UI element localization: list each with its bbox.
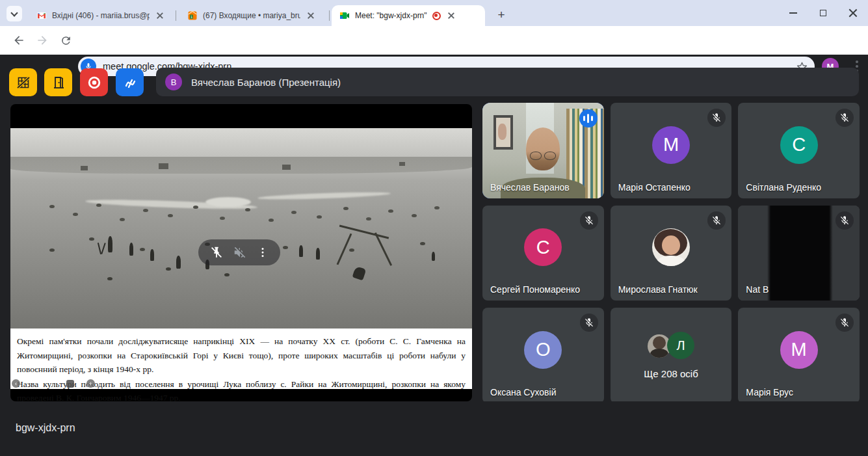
presentation-tile[interactable]: Окремі пам'ятки почали досліджуватисяще … bbox=[10, 104, 472, 401]
participant-name: Nat B bbox=[746, 284, 769, 295]
avatar-initial: Л bbox=[676, 338, 685, 353]
participant-name: Марія Брус bbox=[746, 387, 793, 397]
tab-close-button[interactable] bbox=[306, 10, 316, 21]
tab-close-button[interactable] bbox=[446, 10, 456, 21]
muted-mic-icon bbox=[835, 211, 854, 230]
photo-figure bbox=[150, 249, 154, 261]
overflow-avatars: Л bbox=[648, 332, 694, 360]
minimize-icon bbox=[789, 12, 797, 14]
photo-tripod-leg bbox=[101, 243, 105, 254]
reload-icon bbox=[60, 34, 72, 47]
tab-close-button[interactable] bbox=[155, 10, 165, 21]
browser-tabstrip: Вхідні (406) - mariia.brus@pnu... 1 (67)… bbox=[0, 0, 868, 26]
participant-grid: Вячеслав Баранов М Марія Остапенко С Сві… bbox=[482, 103, 860, 403]
grid-view-off-icon bbox=[16, 75, 31, 90]
avatar: О bbox=[524, 331, 562, 369]
close-icon bbox=[157, 12, 163, 19]
muted-mic-icon bbox=[707, 109, 726, 127]
photo-figure bbox=[316, 248, 320, 260]
reload-button[interactable] bbox=[56, 31, 75, 50]
participant-name: Мирослава Гнатюк bbox=[618, 284, 698, 295]
close-icon bbox=[308, 12, 314, 19]
participant-name: Оксана Суховій bbox=[490, 387, 556, 397]
photo-figure bbox=[299, 245, 303, 257]
svg-text:1: 1 bbox=[191, 15, 192, 19]
extension-grid-view-button[interactable] bbox=[9, 68, 37, 96]
tab-divider bbox=[329, 10, 330, 21]
speaking-indicator-icon bbox=[579, 109, 598, 127]
window-close-button[interactable] bbox=[838, 0, 868, 26]
participant-name: Сергей Пономаренко bbox=[490, 284, 580, 295]
tab-mail[interactable]: 1 (67) Входящие • mariya_brus@... bbox=[179, 5, 328, 26]
tab-divider bbox=[176, 10, 176, 21]
tab-title: Вхідні (406) - mariia.brus@pnu... bbox=[52, 11, 150, 20]
participant-name: Марія Остапенко bbox=[618, 182, 690, 193]
record-icon bbox=[86, 74, 103, 91]
browser-toolbar: meet.google.com/bgw-xjdx-prn M bbox=[0, 26, 868, 55]
participant-tile[interactable]: М Марія Брус bbox=[738, 308, 860, 403]
muted-mic-icon bbox=[835, 314, 854, 332]
overflow-wrap: Л Ще 208 осіб bbox=[611, 308, 732, 403]
tile-more-options-icon[interactable] bbox=[256, 246, 269, 259]
close-icon bbox=[848, 8, 858, 18]
photo-figure bbox=[129, 243, 133, 256]
extension-annotate-button[interactable] bbox=[116, 68, 144, 96]
participant-tile[interactable]: С Сергей Пономаренко bbox=[482, 206, 604, 301]
window-controls bbox=[778, 0, 868, 26]
new-tab-button[interactable]: + bbox=[493, 7, 510, 23]
gmail-icon bbox=[36, 10, 47, 21]
doc-zoom-icon[interactable]: + bbox=[86, 379, 95, 388]
avatar-initial: М bbox=[791, 339, 807, 360]
avatar-face bbox=[662, 235, 680, 255]
window-maximize-button[interactable] bbox=[808, 0, 838, 26]
overflow-avatar: Л bbox=[667, 332, 694, 359]
participant-tile[interactable]: М Марія Остапенко bbox=[611, 103, 732, 198]
screen: Вхідні (406) - mariia.brus@pnu... 1 (67)… bbox=[0, 0, 868, 456]
photo-haystacks bbox=[10, 128, 16, 131]
photo-figure bbox=[108, 236, 112, 252]
tab-recording-icon bbox=[432, 12, 441, 20]
participant-tile[interactable]: О Оксана Суховій bbox=[482, 308, 604, 403]
participant-tile[interactable]: С Світлана Руденко bbox=[738, 103, 860, 198]
forward-icon bbox=[36, 34, 49, 47]
overflow-participants-tile[interactable]: Л Ще 208 осіб bbox=[611, 308, 732, 403]
extension-attendance-button[interactable] bbox=[44, 68, 72, 96]
extension-record-button[interactable] bbox=[80, 68, 108, 96]
avatar: С bbox=[524, 228, 562, 266]
participant-tile[interactable]: Nat B bbox=[738, 206, 860, 301]
doc-thumb-icon[interactable] bbox=[66, 380, 74, 388]
unpin-icon[interactable] bbox=[209, 245, 224, 260]
back-button[interactable] bbox=[9, 31, 29, 50]
tab-title: Meet: "bgw-xjdx-prn" bbox=[355, 11, 427, 20]
muted-mic-icon bbox=[835, 109, 854, 127]
avatar: М bbox=[780, 331, 818, 369]
overflow-count-label: Ще 208 осіб bbox=[644, 368, 698, 379]
photo-pond bbox=[205, 197, 251, 207]
presenter-banner: В Вячеслав Баранов (Презентація) bbox=[156, 68, 859, 96]
avatar: М bbox=[652, 126, 690, 164]
muted-mic-icon bbox=[580, 314, 598, 332]
pen-scribble-icon bbox=[122, 75, 138, 90]
tile-hover-controls bbox=[198, 239, 280, 265]
avatar-initial: С bbox=[792, 134, 806, 155]
presenter-name: Вячеслав Баранов (Презентація) bbox=[191, 77, 341, 88]
tab-meet-active[interactable]: Meet: "bgw-xjdx-prn" bbox=[332, 5, 485, 26]
forward-button[interactable] bbox=[33, 31, 52, 50]
photo-river bbox=[257, 191, 391, 200]
participant-name: Вячеслав Баранов bbox=[490, 182, 570, 193]
photo-hut bbox=[81, 166, 88, 170]
participant-tile[interactable]: Вячеслав Баранов bbox=[482, 103, 604, 198]
participant-tile[interactable]: Мирослава Гнатюк bbox=[611, 206, 732, 301]
photo-hut bbox=[159, 163, 168, 169]
tab-gmail[interactable]: Вхідні (406) - mariia.brus@pnu... bbox=[29, 5, 173, 26]
slide-paragraph: Окремі пам'ятки почали досліджуватисяще … bbox=[17, 334, 466, 377]
tab-title: (67) Входящие • mariya_brus@... bbox=[203, 11, 300, 20]
doc-nav-prev-icon[interactable]: ‹ bbox=[12, 379, 20, 388]
tab-list-button[interactable] bbox=[7, 6, 22, 21]
avatar-initial: О bbox=[536, 339, 551, 360]
kebab-menu-icon bbox=[856, 60, 858, 63]
window-minimize-button[interactable] bbox=[778, 0, 808, 26]
cam-head bbox=[526, 127, 560, 170]
avatar-photo bbox=[652, 228, 690, 266]
chevron-down-icon bbox=[10, 9, 18, 16]
